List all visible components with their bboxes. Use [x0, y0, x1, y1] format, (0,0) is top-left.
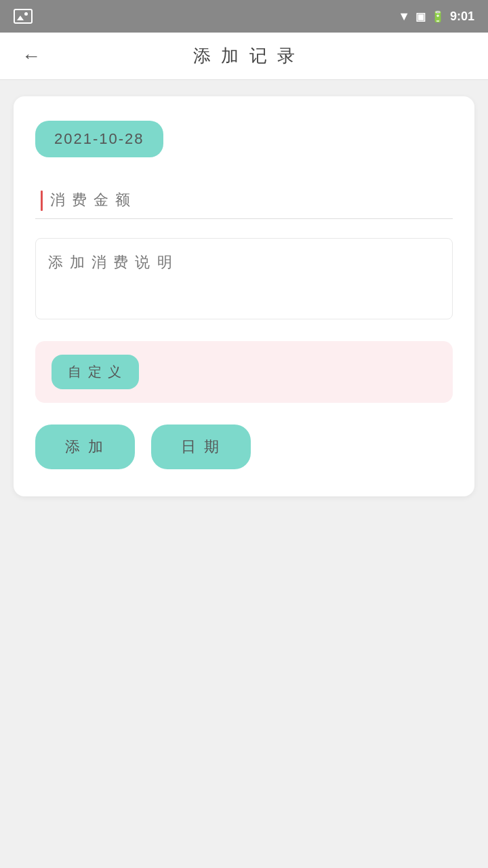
wifi-icon: ▼ — [398, 9, 410, 24]
bottom-buttons: 添 加 日 期 — [35, 425, 453, 469]
amount-input-wrapper — [35, 182, 453, 219]
nav-bar: ← 添 加 记 录 — [0, 33, 488, 80]
page-title: 添 加 记 录 — [46, 44, 445, 68]
image-icon — [14, 9, 33, 24]
status-bar-left — [14, 9, 33, 24]
category-section: 自 定 义 — [35, 341, 453, 403]
amount-input[interactable] — [35, 182, 453, 219]
date-badge[interactable]: 2021-10-28 — [35, 121, 163, 157]
form-card: 2021-10-28 自 定 义 添 加 日 期 — [14, 96, 474, 496]
status-bar-right: ▼ ▣ 🔋 9:01 — [398, 9, 474, 24]
date-button[interactable]: 日 期 — [151, 425, 251, 469]
category-badge[interactable]: 自 定 义 — [52, 355, 139, 389]
description-input[interactable] — [35, 238, 453, 319]
signal-icon: ▣ — [415, 10, 426, 23]
back-button[interactable]: ← — [16, 40, 46, 73]
content-area: 2021-10-28 自 定 义 添 加 日 期 — [0, 80, 488, 868]
time-display: 9:01 — [450, 9, 474, 24]
status-bar: ▼ ▣ 🔋 9:01 — [0, 0, 488, 33]
back-arrow-icon: ← — [22, 45, 41, 67]
add-button[interactable]: 添 加 — [35, 425, 135, 469]
battery-icon: 🔋 — [431, 10, 445, 23]
cursor-indicator — [41, 191, 43, 211]
